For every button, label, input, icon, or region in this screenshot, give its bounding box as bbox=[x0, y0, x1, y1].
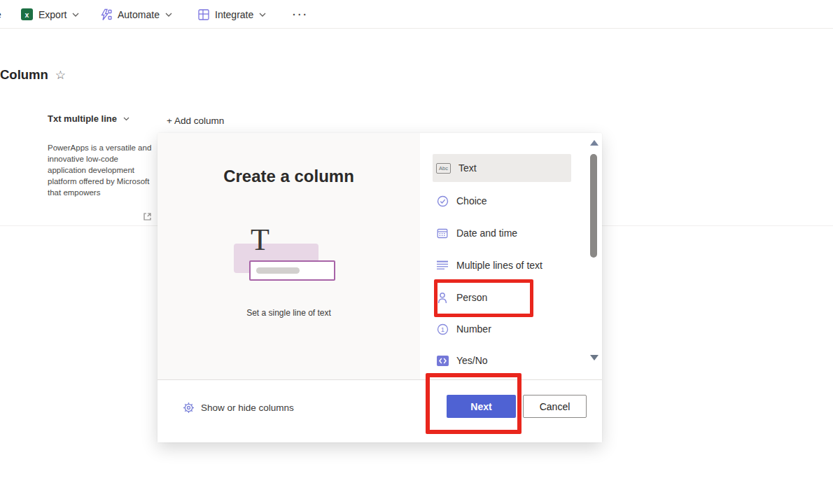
sharepoint-list-page: e x Export Automate bbox=[0, 0, 833, 504]
clipped-menu-label[interactable]: e bbox=[0, 0, 1, 29]
automate-menu[interactable]: Automate bbox=[99, 0, 172, 29]
illustration-letter: T bbox=[251, 225, 270, 255]
automate-flow-icon bbox=[99, 8, 112, 21]
expand-cell-icon[interactable] bbox=[143, 212, 152, 221]
illustration-input-box bbox=[249, 260, 335, 281]
page-title: Column bbox=[0, 67, 48, 83]
type-label: Multiple lines of text bbox=[456, 260, 542, 271]
person-icon bbox=[436, 292, 449, 304]
dialog-footer: Show or hide columns Next Cancel bbox=[158, 379, 602, 442]
gear-icon bbox=[183, 402, 195, 414]
column-header-txt-multiple-line[interactable]: Txt multiple line bbox=[48, 113, 130, 124]
excel-icon: x bbox=[21, 8, 33, 20]
export-label: Export bbox=[38, 9, 66, 20]
automate-label: Automate bbox=[118, 9, 160, 20]
show-hide-columns-link[interactable]: Show or hide columns bbox=[183, 402, 294, 414]
yes-no-icon bbox=[436, 356, 449, 366]
cancel-button[interactable]: Cancel bbox=[523, 395, 587, 418]
page-title-row: Column ☆ bbox=[0, 67, 66, 83]
illustration-placeholder-pill bbox=[256, 267, 300, 274]
chevron-down-icon bbox=[259, 13, 266, 17]
type-label: Choice bbox=[456, 195, 487, 206]
multiple-lines-icon bbox=[436, 260, 449, 270]
type-item-person[interactable]: Person bbox=[433, 281, 571, 314]
add-column-button[interactable]: + Add column bbox=[167, 113, 224, 127]
dialog-preview-panel: Create a column T Set a single line of t… bbox=[158, 133, 420, 379]
integrate-menu[interactable]: Integrate bbox=[198, 0, 266, 29]
dialog-caption: Set a single line of text bbox=[158, 308, 420, 318]
type-item-yesno[interactable]: Yes/No bbox=[433, 344, 571, 377]
number-icon: 1 bbox=[436, 323, 449, 335]
chevron-down-icon bbox=[123, 117, 130, 121]
choice-icon bbox=[436, 195, 449, 207]
next-button[interactable]: Next bbox=[447, 395, 516, 418]
chevron-down-icon bbox=[165, 13, 172, 17]
type-label: Yes/No bbox=[456, 355, 488, 366]
chevron-down-icon bbox=[72, 13, 79, 17]
text-abc-icon: Abc bbox=[436, 163, 451, 174]
calendar-icon bbox=[436, 227, 449, 239]
column-header-label: Txt multiple line bbox=[48, 113, 117, 124]
command-bar: e x Export Automate bbox=[0, 0, 833, 29]
create-column-dialog: Create a column T Set a single line of t… bbox=[158, 133, 602, 442]
dialog-title: Create a column bbox=[158, 167, 420, 186]
type-item-choice[interactable]: Choice bbox=[433, 185, 571, 217]
integrate-label: Integrate bbox=[215, 9, 253, 20]
type-label: Text bbox=[458, 162, 477, 174]
type-label: Date and time bbox=[456, 227, 517, 239]
more-commands-button[interactable]: ··· bbox=[293, 0, 309, 29]
type-item-text[interactable]: Abc Text bbox=[433, 154, 571, 182]
export-menu[interactable]: x Export bbox=[21, 0, 79, 29]
type-label: Person bbox=[456, 292, 487, 303]
type-list-scrollbar[interactable] bbox=[588, 133, 599, 379]
show-hide-columns-label: Show or hide columns bbox=[201, 402, 294, 413]
type-label: Number bbox=[456, 323, 491, 335]
scroll-up-arrow-icon[interactable] bbox=[590, 140, 598, 146]
scroll-down-arrow-icon[interactable] bbox=[590, 355, 598, 360]
favorite-star-icon[interactable]: ☆ bbox=[55, 69, 66, 81]
integrate-grid-icon bbox=[198, 9, 209, 20]
type-item-number[interactable]: 1 Number bbox=[433, 313, 571, 345]
svg-text:1: 1 bbox=[440, 326, 444, 333]
scrollbar-thumb[interactable] bbox=[590, 154, 597, 258]
cell-text-fade bbox=[48, 200, 158, 213]
type-item-date[interactable]: Date and time bbox=[433, 217, 571, 249]
type-item-multiline[interactable]: Multiple lines of text bbox=[433, 249, 571, 281]
